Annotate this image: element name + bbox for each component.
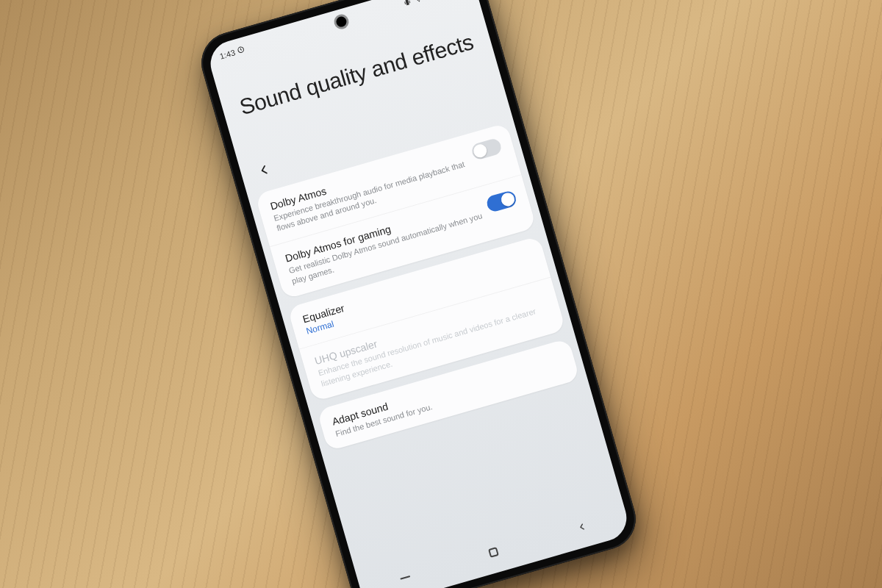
vibrate-icon: [402, 0, 412, 7]
home-icon: [488, 547, 499, 558]
dolby-atmos-toggle[interactable]: [470, 137, 503, 160]
svg-rect-2: [404, 1, 406, 4]
nav-back-button[interactable]: [565, 514, 598, 539]
dolby-atmos-gaming-toggle[interactable]: [485, 190, 518, 213]
nav-recent-button[interactable]: [388, 565, 421, 588]
recent-apps-icon: [400, 576, 410, 580]
svg-rect-3: [409, 1, 410, 4]
back-icon: [576, 520, 588, 533]
nav-home-button[interactable]: [477, 539, 510, 564]
phone-screen: 1:43 68%: [205, 0, 632, 588]
svg-rect-1: [405, 0, 409, 5]
phone-frame: 1:43 68%: [194, 0, 643, 588]
back-button[interactable]: [248, 156, 279, 187]
clock-icon: [237, 45, 246, 55]
chevron-left-icon: [255, 161, 274, 182]
